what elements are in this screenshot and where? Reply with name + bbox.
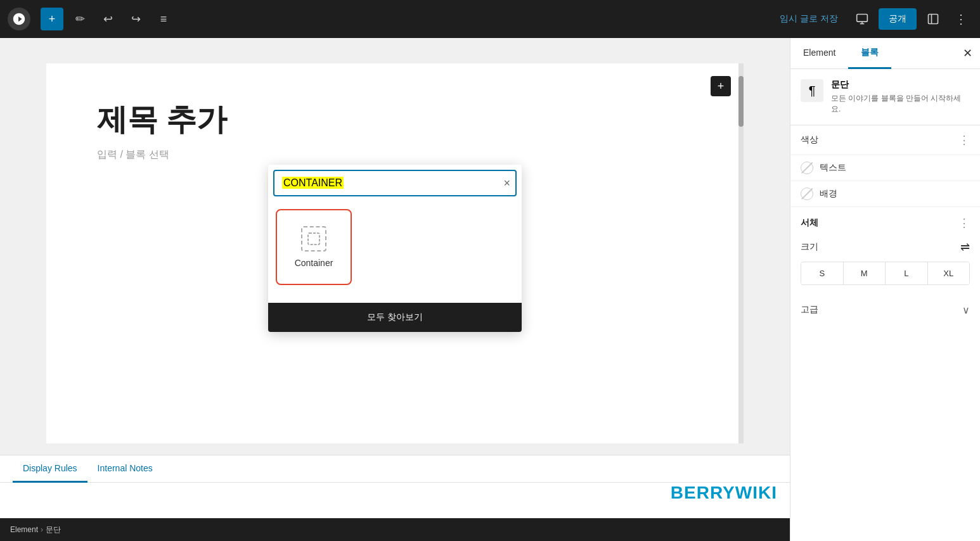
- right-sidebar: Element 블록 ✕ ¶ 문단 모든 이야기를 블록을 만들어 시작하세요.…: [790, 38, 980, 541]
- breadcrumb-block: 문단: [46, 525, 61, 535]
- wp-logo-icon: [12, 12, 26, 26]
- add-block-button[interactable]: +: [711, 76, 731, 96]
- size-btn-m[interactable]: M: [844, 262, 886, 284]
- svg-rect-5: [308, 233, 319, 245]
- sidebar-block-info: ¶ 문단 모든 이야기를 블록을 만들어 시작하세요.: [790, 69, 980, 125]
- breadcrumb-arrow: ›: [41, 525, 43, 534]
- sidebar-close-button[interactable]: ✕: [955, 41, 980, 66]
- breadcrumb: Element › 문단: [10, 525, 61, 535]
- scrollbar-thumb[interactable]: [738, 76, 744, 127]
- search-results: Container: [268, 201, 522, 303]
- page-title[interactable]: 제목 추가: [97, 101, 693, 138]
- color-section: 색상 ⋮ 텍스트 배경: [790, 125, 980, 207]
- sidebar-toggle-button[interactable]: [922, 8, 945, 30]
- font-size-label: 크기: [801, 241, 818, 253]
- color-section-header: 색상 ⋮: [790, 125, 980, 155]
- color-background-row[interactable]: 배경: [790, 181, 980, 207]
- view-toggle-button[interactable]: [851, 8, 874, 30]
- font-size-row: 크기 ⇌: [790, 235, 980, 262]
- block-info-description: 모든 이야기를 블록을 만들어 시작하세요.: [831, 93, 970, 115]
- brand-logo: BERRYWIKI: [671, 483, 777, 503]
- editor-scrollbar[interactable]: [738, 63, 744, 443]
- tab-display-rules[interactable]: Display Rules: [13, 455, 87, 483]
- size-btn-s[interactable]: S: [801, 262, 844, 284]
- typography-section-header: 서체 ⋮: [790, 207, 980, 235]
- typography-section: 서체 ⋮ 크기 ⇌ S M L XL: [790, 207, 980, 295]
- size-btn-xl[interactable]: XL: [928, 262, 970, 284]
- text-color-circle: [801, 162, 813, 174]
- sidebar-tab-block[interactable]: 블록: [848, 38, 891, 69]
- wp-logo[interactable]: [8, 8, 30, 30]
- redo-button[interactable]: ↪: [124, 8, 147, 30]
- sidebar-icon: [927, 13, 939, 25]
- svg-rect-3: [929, 15, 938, 24]
- container-block-icon: [301, 226, 326, 251]
- pencil-button[interactable]: ✏: [68, 8, 91, 30]
- sidebar-tab-element[interactable]: Element: [790, 39, 848, 68]
- publish-button[interactable]: 공개: [879, 8, 917, 30]
- size-button-row: S M L XL: [801, 262, 970, 285]
- search-footer-button[interactable]: 모두 찾아보기: [268, 303, 522, 332]
- chevron-down-icon: ∨: [962, 304, 970, 316]
- save-draft-button[interactable]: 임시 글로 저장: [780, 13, 838, 25]
- typography-more-icon[interactable]: ⋮: [958, 216, 970, 230]
- editor-page: 제목 추가 입력 / 블록 선택 + × CONTAINER: [46, 63, 744, 443]
- typography-section-title: 서체: [801, 217, 818, 229]
- block-search-input[interactable]: [280, 174, 503, 193]
- search-clear-button[interactable]: ×: [503, 177, 510, 190]
- svg-rect-0: [857, 15, 868, 22]
- size-btn-l[interactable]: L: [886, 262, 928, 284]
- sidebar-header: Element 블록 ✕: [790, 38, 980, 69]
- font-size-sliders-icon[interactable]: ⇌: [960, 240, 970, 254]
- color-more-icon[interactable]: ⋮: [958, 133, 970, 147]
- container-block-label: Container: [295, 258, 333, 268]
- breadcrumb-element: Element: [10, 525, 38, 534]
- dashed-box-icon: [306, 231, 321, 246]
- monitor-icon: [856, 13, 868, 25]
- list-view-button[interactable]: ≡: [152, 8, 175, 30]
- undo-button[interactable]: ↩: [96, 8, 119, 30]
- search-input-wrap: × CONTAINER: [273, 170, 517, 196]
- block-search-modal: × CONTAINER Container 모두 찾아보기: [268, 165, 522, 332]
- bottom-tabs: Display Rules Internal Notes: [0, 455, 790, 483]
- color-section-title: 색상: [801, 134, 818, 146]
- editor-canvas: 제목 추가 입력 / 블록 선택 + × CONTAINER: [0, 38, 790, 455]
- main-layout: 제목 추가 입력 / 블록 선택 + × CONTAINER: [0, 38, 980, 541]
- block-info-text: 문단 모든 이야기를 블록을 만들어 시작하세요.: [831, 79, 970, 115]
- advanced-label: 고급: [801, 304, 818, 315]
- tab-internal-notes[interactable]: Internal Notes: [87, 455, 163, 483]
- page-subtitle[interactable]: 입력 / 블록 선택: [97, 148, 693, 162]
- advanced-section[interactable]: 고급 ∨: [790, 295, 980, 325]
- status-bar: Element › 문단: [0, 518, 790, 541]
- add-block-toolbar-button[interactable]: +: [41, 8, 63, 30]
- text-color-label: 텍스트: [820, 162, 846, 174]
- bg-color-label: 배경: [820, 188, 837, 200]
- container-block-item[interactable]: Container: [276, 209, 352, 285]
- editor-area: 제목 추가 입력 / 블록 선택 + × CONTAINER: [0, 38, 790, 541]
- color-text-row[interactable]: 텍스트: [790, 155, 980, 181]
- block-paragraph-icon: ¶: [801, 79, 823, 102]
- more-options-button[interactable]: ⋮: [950, 8, 972, 30]
- bg-color-circle: [801, 188, 813, 200]
- block-info-title: 문단: [831, 79, 970, 91]
- main-toolbar: + ✏ ↩ ↪ ≡ 임시 글로 저장 공개 ⋮: [0, 0, 980, 38]
